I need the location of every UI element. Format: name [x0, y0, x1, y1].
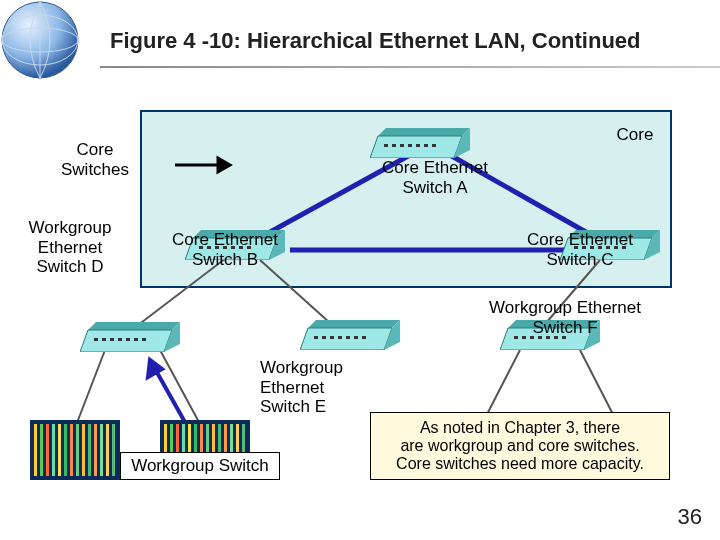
svg-rect-27: [432, 144, 436, 147]
svg-rect-67: [362, 336, 366, 339]
svg-rect-23: [400, 144, 404, 147]
svg-rect-91: [106, 424, 109, 476]
core-switch-a-icon: [370, 128, 470, 158]
svg-rect-57: [142, 338, 146, 341]
svg-line-10: [75, 350, 105, 428]
svg-rect-66: [354, 336, 358, 339]
svg-rect-51: [94, 338, 98, 341]
workgroup-switch-d-icon: [80, 322, 180, 352]
svg-rect-21: [384, 144, 388, 147]
svg-rect-52: [102, 338, 106, 341]
svg-rect-55: [126, 338, 130, 341]
svg-rect-84: [64, 424, 67, 476]
svg-rect-82: [52, 424, 55, 476]
label-switch-a: Core Ethernet Switch A: [370, 158, 500, 197]
svg-rect-90: [100, 424, 103, 476]
svg-rect-61: [314, 336, 318, 339]
svg-rect-56: [134, 338, 138, 341]
label-workgroup-switch: Workgroup Switch: [120, 452, 280, 480]
label-switch-c: Core Ethernet Switch C: [515, 230, 645, 269]
label-switch-f: Workgroup Ethernet Switch F: [475, 298, 655, 337]
svg-line-11: [160, 350, 200, 424]
svg-rect-64: [338, 336, 342, 339]
svg-rect-53: [110, 338, 114, 341]
fiber-bundle-icon: [30, 420, 120, 480]
svg-marker-17: [148, 360, 162, 377]
label-switch-b: Core Ethernet Switch B: [160, 230, 290, 269]
svg-rect-85: [70, 424, 73, 476]
workgroup-switch-e-icon: [300, 320, 400, 350]
svg-rect-86: [76, 424, 79, 476]
label-core-switches: Core Switches: [40, 140, 150, 179]
label-core: Core: [600, 125, 670, 145]
svg-rect-22: [392, 144, 396, 147]
svg-rect-24: [408, 144, 412, 147]
svg-rect-87: [82, 424, 85, 476]
svg-rect-62: [322, 336, 326, 339]
svg-rect-81: [46, 424, 49, 476]
figure-title: Figure 4 -10: Hierarchical Ethernet LAN,…: [110, 28, 700, 54]
svg-rect-25: [416, 144, 420, 147]
svg-rect-80: [40, 424, 43, 476]
title-rule: [100, 66, 720, 68]
note-box: As noted in Chapter 3, there are workgro…: [370, 412, 670, 480]
svg-rect-63: [330, 336, 334, 339]
label-switch-e: Workgroup Ethernet Switch E: [260, 358, 360, 417]
svg-marker-48: [88, 322, 180, 330]
svg-rect-79: [34, 424, 37, 476]
svg-marker-18: [378, 128, 470, 136]
label-switch-d: Workgroup Ethernet Switch D: [20, 218, 120, 277]
svg-rect-83: [58, 424, 61, 476]
svg-rect-26: [424, 144, 428, 147]
svg-rect-88: [88, 424, 91, 476]
svg-rect-65: [346, 336, 350, 339]
svg-rect-54: [118, 338, 122, 341]
svg-marker-58: [308, 320, 400, 328]
globe-icon: [0, 0, 90, 90]
svg-rect-89: [94, 424, 97, 476]
svg-rect-92: [112, 424, 115, 476]
page-number: 36: [678, 504, 702, 530]
